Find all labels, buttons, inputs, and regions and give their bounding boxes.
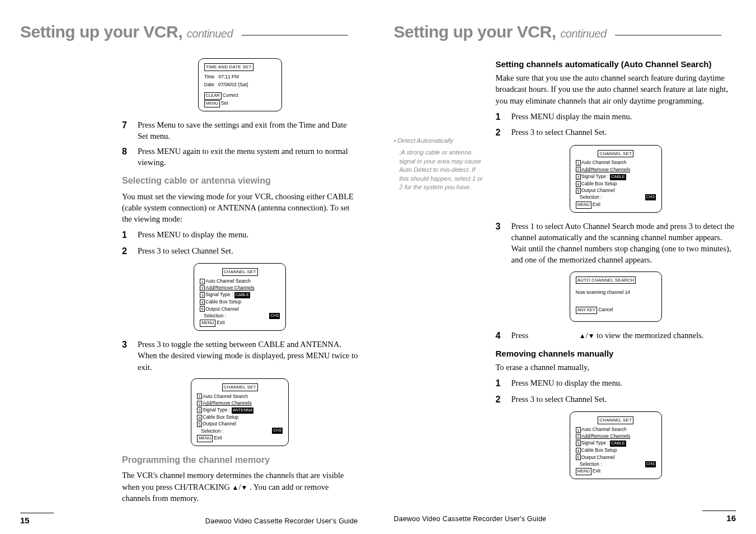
step4-a: Press <box>511 331 529 340</box>
sel-step-1: 1 Press MENU to display the menu. <box>122 229 358 241</box>
page-right: Setting up your VCR, continued • Detect … <box>378 0 757 534</box>
step-text: Press MENU again to exit the menu system… <box>138 146 358 168</box>
menu-label: Exit <box>593 468 600 474</box>
menu-key: MENU <box>200 320 215 327</box>
menu-key: MENU <box>204 100 220 107</box>
osd-title: TIME AND DATE SET <box>204 63 253 71</box>
auto-step-4: 4 Press ▲/▼ to view the memorized channe… <box>496 330 736 342</box>
osd-value-inverse: CH3 <box>645 461 656 467</box>
triangle-up-icon: ▲ <box>579 332 586 340</box>
anykey-label: Cancel <box>598 307 613 312</box>
page-left: Setting up your VCR, continued TIME AND … <box>0 0 378 534</box>
triangle-down-icon: ▼ <box>241 484 247 491</box>
rem-step-1: 1 Press MENU to display the menu. <box>496 377 736 390</box>
footer: 15 Daewoo Video Cassette Recorder User's… <box>20 508 358 525</box>
osd-row: Signal Type : <box>581 440 609 446</box>
menu-label: Exit <box>214 435 222 441</box>
programming-body: The VCR's channel memory determines the … <box>122 470 358 504</box>
osd-row: Auto Channel Search <box>205 278 251 284</box>
osd-title: CHANNEL SET <box>598 150 633 158</box>
time-value: 07:11 PM <box>218 74 238 79</box>
step-text: Press 3 to select Channel Set. <box>138 245 358 257</box>
menu-label: Exit <box>593 202 600 207</box>
osd-row: Signal Type : <box>203 407 230 413</box>
osd-row: Cable Box Setup <box>581 181 617 186</box>
rem-step-2: 2 Press 3 to select Channel Set. <box>496 394 736 406</box>
menu-key: MENU <box>576 468 591 475</box>
title-continued: continued <box>187 27 233 40</box>
note-title: • Detect Automatically <box>394 137 483 145</box>
date-label: Date <box>204 82 214 87</box>
osd-title: CHANNEL SET <box>222 383 258 391</box>
main-column: Setting channels automatically (Auto Cha… <box>496 53 736 506</box>
osd-title: AUTO CHANNEL SEARCH <box>576 277 636 284</box>
menu-key: MENU <box>576 202 591 209</box>
osd-row: Auto Channel Search <box>203 394 248 399</box>
osd-title: CHANNEL SET <box>222 268 258 276</box>
title-rule <box>615 35 721 36</box>
subhead-programming: Programming the channel memory <box>122 454 358 466</box>
sel-step-3: 3 Press 3 to toggle the setting between … <box>122 339 358 373</box>
osd-row: Selection : <box>580 194 602 200</box>
osd-value-inverse: CH3 <box>645 194 656 200</box>
osd-row: Selection : <box>580 461 602 467</box>
osd-row: Selection : <box>204 313 226 318</box>
osd-row: Add/Remove Channels <box>581 433 630 439</box>
osd-row: Output Channel <box>581 455 615 460</box>
subhead-removing: Removing channels manually <box>496 348 736 359</box>
osd-time-date: TIME AND DATE SET Time 07:11 PM Date 07/… <box>198 58 282 111</box>
triangle-down-icon: ▼ <box>588 332 595 340</box>
step-text: Press MENU to display the menu. <box>138 229 358 241</box>
auto-step-2: 2 Press 3 to select Channel Set. <box>496 127 736 139</box>
footer-guide: Daewoo Video Cassette Recorder User's Gu… <box>205 517 358 525</box>
osd-value-inverse: CABLE <box>610 441 626 447</box>
step-number: 3 <box>496 221 505 266</box>
page-number: 16 <box>726 513 736 523</box>
triangle-up-icon: ▲ <box>232 484 239 491</box>
osd-row: Output Channel <box>203 421 236 427</box>
step4-b: to view the memorized channels. <box>597 331 703 340</box>
step-text: Press MENU display the main menu. <box>511 111 736 123</box>
osd-channel-set: CHANNEL SET 1Auto Channel Search 2Add/Re… <box>570 145 662 213</box>
footer: Daewoo Video Cassette Recorder User's Gu… <box>394 506 736 523</box>
osd-channel-set-antenna: CHANNEL SET 1Auto Channel Search 2Add/Re… <box>191 378 289 446</box>
clear-label: Correct <box>223 92 238 98</box>
step-text: Press 3 to toggle the setting between CA… <box>138 339 358 373</box>
title-main: Setting up your VCR, <box>20 22 182 41</box>
osd-row: Cable Box Setup <box>203 414 238 420</box>
menu-label: Exit <box>217 320 224 325</box>
osd-auto-search: AUTO CHANNEL SEARCH Now scanning channel… <box>570 271 662 322</box>
title-continued: continued <box>560 27 606 40</box>
clear-key: CLEAR <box>204 92 222 100</box>
step-7: 7 Press Menu to save the settings and ex… <box>122 119 358 142</box>
osd-row: Add/Remove Channels <box>581 167 630 172</box>
osd-row: Auto Channel Search <box>581 427 627 432</box>
step-text: Press 3 to select Channel Set. <box>511 127 736 139</box>
osd-value-inverse: CH3 <box>272 428 283 434</box>
step-8: 8 Press MENU again to exit the menu syst… <box>122 146 358 168</box>
osd-row: Output Channel <box>205 306 239 312</box>
step-number: 4 <box>496 330 505 342</box>
step-text: Press 1 to select Auto Channel Search mo… <box>511 221 736 266</box>
removing-body: To erase a channel manually, <box>496 362 736 373</box>
osd-row: Signal Type : <box>581 174 609 179</box>
osd-row: Add/Remove Channels <box>203 400 251 406</box>
osd-channel-set-2: CHANNEL SET 1Auto Channel Search 2Add/Re… <box>570 411 662 479</box>
scan-line: Now scanning channel 14 <box>576 285 656 306</box>
subhead-auto: Setting channels automatically (Auto Cha… <box>496 58 736 70</box>
osd-value-inverse: CH3 <box>269 313 280 319</box>
date-value: 07/06/02 (Sat) <box>218 82 248 87</box>
main-column: TIME AND DATE SET Time 07:11 PM Date 07/… <box>122 53 358 508</box>
step-number: 7 <box>122 119 131 142</box>
osd-value-inverse: CABLE <box>234 292 251 298</box>
left-margin <box>20 53 110 508</box>
osd-row: Output Channel <box>581 188 615 193</box>
osd-row: Selection : <box>201 428 223 434</box>
auto-step-1: 1 Press MENU display the main menu. <box>496 111 736 123</box>
osd-row: Signal Type : <box>205 292 233 297</box>
title-main: Setting up your VCR, <box>394 22 556 41</box>
footer-guide: Daewoo Video Cassette Recorder User's Gu… <box>394 515 547 523</box>
auto-step-3: 3 Press 1 to select Auto Channel Search … <box>496 221 736 266</box>
step-text: Press MENU to display the menu. <box>511 377 736 390</box>
osd-row: Cable Box Setup <box>581 447 617 453</box>
